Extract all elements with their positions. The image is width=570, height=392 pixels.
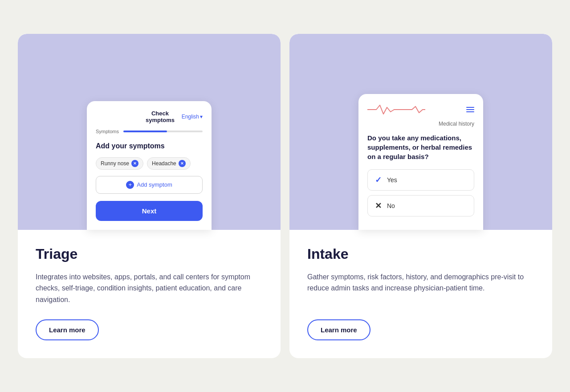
intake-phone-header bbox=[367, 103, 474, 116]
progress-fill bbox=[123, 131, 167, 132]
intake-question: Do you take any medications, supplements… bbox=[367, 133, 474, 161]
triage-card: Check symptoms English ▾ Symptoms Add yo… bbox=[18, 34, 281, 359]
intake-card-content: Intake Gather symptoms, risk factors, hi… bbox=[289, 230, 552, 359]
heartbeat-icon bbox=[367, 103, 425, 116]
triage-phone-header: Check symptoms English ▾ bbox=[96, 110, 203, 123]
tag-runny-nose[interactable]: Runny nose ✕ bbox=[96, 157, 143, 170]
tag-headache-label: Headache bbox=[152, 160, 176, 167]
cards-container: Check symptoms English ▾ Symptoms Add yo… bbox=[18, 34, 552, 359]
progress-row: Symptoms bbox=[96, 129, 203, 134]
no-label: No bbox=[387, 202, 395, 209]
language-selector[interactable]: English ▾ bbox=[182, 114, 203, 120]
tag-runny-nose-label: Runny nose bbox=[101, 160, 129, 167]
add-symptom-button[interactable]: + Add symptom bbox=[96, 176, 203, 194]
triage-illustration: Check symptoms English ▾ Symptoms Add yo… bbox=[18, 34, 281, 230]
triage-description: Integrates into websites, apps, portals,… bbox=[36, 271, 263, 306]
progress-label: Symptoms bbox=[96, 129, 119, 134]
intake-learn-more-button[interactable]: Learn more bbox=[307, 319, 370, 340]
x-icon: ✕ bbox=[375, 201, 382, 211]
intake-title: Intake bbox=[307, 246, 534, 262]
next-button[interactable]: Next bbox=[96, 201, 203, 221]
medical-history-label: Medical history bbox=[367, 121, 474, 127]
remove-runny-nose-icon[interactable]: ✕ bbox=[131, 160, 138, 167]
answer-yes[interactable]: ✓ Yes bbox=[367, 169, 474, 191]
yes-label: Yes bbox=[387, 176, 397, 184]
remove-headache-icon[interactable]: ✕ bbox=[179, 160, 186, 167]
intake-illustration: Medical history Do you take any medicati… bbox=[289, 34, 552, 230]
intake-card: Medical history Do you take any medicati… bbox=[289, 34, 552, 359]
check-icon: ✓ bbox=[375, 175, 382, 185]
triage-card-content: Triage Integrates into websites, apps, p… bbox=[18, 230, 281, 359]
triage-title: Triage bbox=[36, 246, 263, 262]
triage-learn-more-button[interactable]: Learn more bbox=[36, 319, 99, 340]
triage-phone-title: Check symptoms bbox=[138, 110, 181, 123]
add-symptom-label: Add symptom bbox=[137, 181, 172, 188]
triage-phone-mockup: Check symptoms English ▾ Symptoms Add yo… bbox=[87, 101, 212, 230]
intake-phone-mockup: Medical history Do you take any medicati… bbox=[358, 94, 483, 230]
symptoms-tags: Runny nose ✕ Headache ✕ bbox=[96, 157, 203, 170]
plus-icon: + bbox=[126, 181, 134, 189]
progress-track bbox=[123, 131, 203, 132]
hamburger-icon[interactable] bbox=[466, 107, 474, 112]
answer-no[interactable]: ✕ No bbox=[367, 195, 474, 216]
add-symptoms-title: Add your symptoms bbox=[96, 142, 203, 150]
intake-description: Gather symptoms, risk factors, history, … bbox=[307, 271, 534, 306]
tag-headache[interactable]: Headache ✕ bbox=[147, 157, 191, 170]
